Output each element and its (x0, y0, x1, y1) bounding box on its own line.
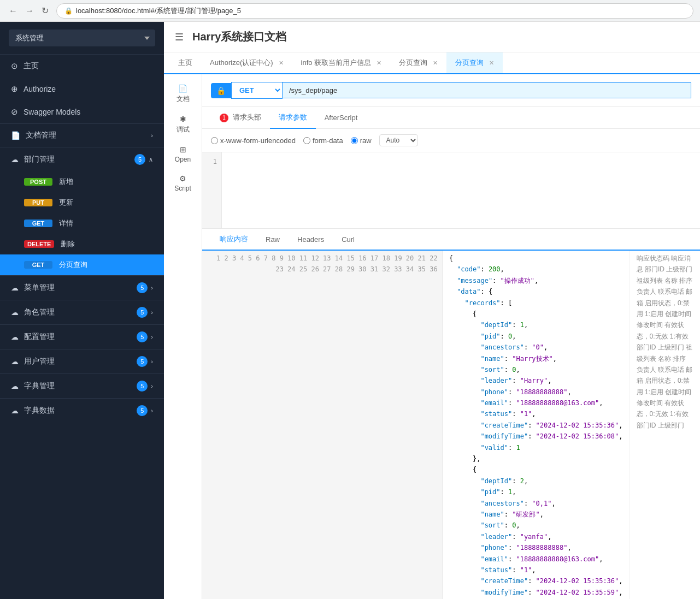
tab-authorize[interactable]: Authorize(认证中心) ✕ (201, 52, 292, 74)
panel-item-script[interactable]: ⚙ Script (164, 170, 202, 197)
config-badge: 5 (137, 331, 148, 342)
dictdata-cloud-icon: ☁ (11, 406, 19, 415)
section-user: ☁ 用户管理 5 › (0, 349, 164, 373)
sidebar-item-label: Swagger Models (23, 108, 80, 116)
sidebar-item-get-dept[interactable]: GET 详情 (0, 213, 164, 234)
dept-cloud-icon: ☁ (11, 155, 19, 164)
section-dept: ☁ 部门管理 5 ∧ POST 新增 PUT 更新 GET 详情 (0, 147, 164, 275)
section-config-header[interactable]: ☁ 配置管理 5 › (0, 325, 164, 349)
close-page2-tab[interactable]: ✕ (489, 60, 494, 67)
role-cloud-icon: ☁ (11, 308, 19, 317)
code-content[interactable] (222, 152, 700, 228)
method-post-badge: POST (24, 178, 52, 186)
sidebar-item-post-dept[interactable]: POST 新增 (0, 171, 164, 192)
method-get-page-badge: GET (24, 261, 52, 269)
radio-raw[interactable]: raw (351, 137, 372, 145)
script-icon: ⚙ (179, 174, 186, 183)
role-badge: 5 (137, 307, 148, 318)
radio-formdata[interactable]: form-data (303, 137, 343, 145)
response-section: 响应内容 Raw Headers Curl 1 2 3 4 5 6 7 8 9 … (202, 229, 700, 599)
chevron-right-icon7: › (151, 407, 153, 414)
sub-tab-headers[interactable]: 1 请求头部 (211, 107, 270, 129)
chevron-right-icon: › (151, 132, 153, 139)
panel-item-debug[interactable]: ✱ 调试 (164, 110, 202, 139)
tab-info-label: info 获取当前用户信息 (301, 58, 372, 68)
sub-item-label: 删除 (61, 239, 75, 249)
user-cloud-icon: ☁ (11, 357, 19, 366)
tab-page1[interactable]: 分页查询 ✕ (390, 52, 446, 74)
sidebar-item-put-dept[interactable]: PUT 更新 (0, 192, 164, 213)
sub-tab-afterscript[interactable]: AfterScript (316, 108, 367, 128)
section-dict: ☁ 字典管理 5 › (0, 373, 164, 398)
section-dept-header[interactable]: ☁ 部门管理 5 ∧ (0, 147, 164, 171)
body-type-radio-group: x-www-form-urlencoded form-data raw Auto… (202, 129, 700, 152)
sidebar-item-home[interactable]: ⊙ 主页 (0, 55, 164, 78)
browser-url[interactable]: 🔒 localhost:8080/doc.html#/系统管理/部门管理/pag… (56, 3, 693, 19)
method-select[interactable]: GET POST PUT DELETE (231, 82, 283, 99)
dict-cloud-icon: ☁ (11, 382, 19, 390)
sub-item-label: 分页查询 (59, 260, 87, 270)
radio-urlencoded[interactable]: x-www-form-urlencoded (211, 137, 296, 145)
refresh-button[interactable]: ↻ (39, 4, 51, 17)
sub-tab-params[interactable]: 请求参数 (270, 107, 316, 129)
sidebar-item-get-page[interactable]: GET 分页查询 (0, 254, 164, 275)
url-input[interactable] (283, 82, 691, 98)
tab-page2[interactable]: 分页查询 ✕ (446, 52, 503, 74)
resp-tab-body[interactable]: 响应内容 (211, 229, 257, 251)
sub-item-label: 详情 (59, 218, 73, 228)
section-role-header[interactable]: ☁ 角色管理 5 › (0, 300, 164, 324)
section-menu-header[interactable]: ☁ 菜单管理 5 › (0, 276, 164, 300)
lock-icon: 🔒 (64, 7, 73, 15)
tab-page1-label: 分页查询 (399, 58, 427, 68)
section-dictdata-header[interactable]: ☁ 字典数据 5 › (0, 399, 164, 423)
close-page1-tab[interactable]: ✕ (433, 60, 438, 67)
hamburger-icon[interactable]: ☰ (175, 31, 184, 43)
dict-badge: 5 (137, 381, 148, 392)
sidebar-item-swagger[interactable]: ⊘ Swagger Models (0, 100, 164, 123)
doc-icon: 📄 (178, 84, 187, 93)
section-docs-header[interactable]: 📄 文档管理 › (0, 124, 164, 147)
dictdata-badge: 5 (137, 405, 148, 416)
section-role-label: 角色管理 (24, 307, 55, 317)
panel-script-label: Script (174, 185, 191, 192)
request-lock-button[interactable]: 🔒 (211, 83, 231, 98)
swagger-icon: ⊘ (11, 107, 18, 117)
sub-item-label: 更新 (59, 198, 73, 207)
resp-line-numbers: 1 2 3 4 5 6 7 8 9 10 11 12 13 14 15 16 1… (202, 251, 443, 599)
back-button[interactable]: ← (7, 5, 20, 17)
auto-select[interactable]: Auto JSON Text (379, 134, 418, 146)
system-selector[interactable]: 系统管理 (9, 29, 155, 46)
left-panel: 📄 文档 ✱ 调试 ⊞ Open ⚙ Script (164, 74, 202, 599)
forward-button[interactable]: → (23, 5, 36, 17)
close-info-tab[interactable]: ✕ (377, 60, 381, 67)
section-menu-label: 菜单管理 (24, 283, 55, 293)
response-tabs: 响应内容 Raw Headers Curl (202, 229, 700, 251)
section-user-header[interactable]: ☁ 用户管理 5 › (0, 349, 164, 373)
sidebar-item-authorize[interactable]: ⊕ Authorize (0, 78, 164, 100)
tab-info[interactable]: info 获取当前用户信息 ✕ (292, 52, 391, 74)
panel-debug-label: 调试 (177, 125, 190, 134)
sidebar-item-delete-dept[interactable]: DELETE 删除 (0, 234, 164, 254)
debug-icon: ✱ (180, 115, 186, 123)
chevron-right-icon2: › (151, 284, 153, 291)
close-authorize-tab[interactable]: ✕ (279, 60, 284, 67)
sidebar-item-label: 主页 (23, 61, 39, 71)
open-icon: ⊞ (180, 145, 186, 154)
resp-tab-curl[interactable]: Curl (333, 230, 363, 250)
method-get-badge: GET (24, 220, 52, 227)
section-menu: ☁ 菜单管理 5 › (0, 275, 164, 300)
right-panel: 🔒 GET POST PUT DELETE 1 请求头部 请求参数 (202, 74, 700, 599)
resp-tab-headers[interactable]: Headers (289, 230, 333, 250)
config-cloud-icon: ☁ (11, 333, 19, 341)
tab-home[interactable]: 主页 (169, 52, 201, 74)
section-config-label: 配置管理 (24, 332, 55, 342)
resp-tab-raw[interactable]: Raw (257, 230, 289, 250)
panel-item-open[interactable]: ⊞ Open (164, 141, 202, 168)
section-dict-header[interactable]: ☁ 字典管理 5 › (0, 374, 164, 398)
authorize-icon: ⊕ (11, 84, 18, 94)
method-put-badge: PUT (24, 199, 52, 206)
chevron-right-icon4: › (151, 334, 153, 340)
section-dept-label: 部门管理 (24, 155, 55, 164)
panel-item-doc[interactable]: 📄 文档 (164, 80, 202, 108)
home-icon: ⊙ (11, 61, 18, 71)
